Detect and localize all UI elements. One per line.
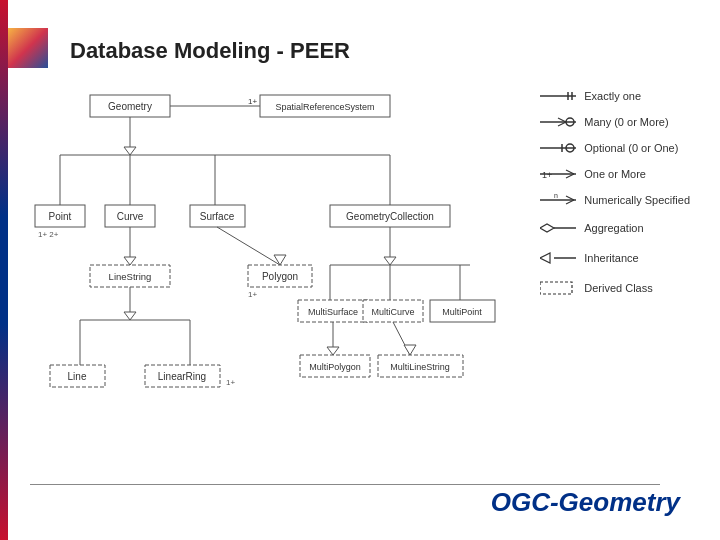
svg-text:1+: 1+ [226,378,235,387]
legend-item-numerically-specified: n Numerically Specified [540,194,690,206]
svg-text:n: n [554,194,558,199]
inheritance-symbol [540,250,576,266]
legend-item-exactly-one: Exactly one [540,90,690,102]
svg-marker-19 [540,224,554,232]
svg-marker-65 [384,257,396,265]
page-title: Database Modeling - PEER [70,38,350,64]
svg-text:1+: 1+ [248,97,257,106]
svg-text:Surface: Surface [200,211,235,222]
svg-text:Curve: Curve [117,211,144,222]
uml-diagram: Geometry SpatialReferenceSystem 1+ Point… [30,85,530,485]
legend-item-aggregation: Aggregation [540,220,690,236]
legend-item-derived-class: Derived Class [540,280,690,296]
legend: Exactly one Many (0 or More) Optional (0… [540,90,690,296]
svg-text:1+: 1+ [542,170,552,180]
svg-text:Geometry: Geometry [108,101,152,112]
legend-item-many: Many (0 or More) [540,116,690,128]
many-symbol [540,116,576,128]
ogc-geometry-label: OGC-Geometry [491,487,680,518]
svg-marker-60 [274,255,286,265]
svg-text:1+: 1+ [248,290,257,299]
svg-text:LineString: LineString [109,271,152,282]
svg-marker-21 [540,253,550,263]
legend-item-one-or-more: 1+ One or More [540,168,690,180]
exactly-one-symbol [540,90,576,102]
svg-text:SpatialReferenceSystem: SpatialReferenceSystem [275,102,374,112]
svg-marker-30 [124,147,136,155]
svg-marker-77 [327,347,339,355]
numerically-specified-symbol: n [540,194,576,206]
legend-item-inheritance: Inheritance [540,250,690,266]
aggregation-symbol [540,220,576,236]
svg-text:Polygon: Polygon [262,271,298,282]
svg-text:MultiPoint: MultiPoint [442,307,482,317]
accent-bar [0,0,8,540]
svg-rect-22 [540,282,572,294]
svg-text:1+  2+: 1+ 2+ [38,230,59,239]
svg-text:GeometryCollection: GeometryCollection [346,211,434,222]
svg-text:MultiPolygon: MultiPolygon [309,362,361,372]
svg-text:LinearRing: LinearRing [158,371,206,382]
svg-text:Point: Point [49,211,72,222]
svg-text:MultiLineString: MultiLineString [390,362,450,372]
svg-line-59 [217,227,280,265]
one-or-more-symbol: 1+ [540,168,576,180]
svg-marker-46 [124,257,136,265]
svg-text:Line: Line [68,371,87,382]
diagram-area: Geometry SpatialReferenceSystem 1+ Point… [30,85,530,485]
svg-text:MultiCurve: MultiCurve [371,307,414,317]
svg-text:MultiSurface: MultiSurface [308,307,358,317]
derived-class-symbol [540,280,576,296]
bottom-divider [30,484,660,485]
svg-marker-50 [124,312,136,320]
svg-marker-81 [404,345,416,355]
legend-item-optional: Optional (0 or One) [540,142,690,154]
accent-square [8,28,48,68]
optional-symbol [540,142,576,154]
